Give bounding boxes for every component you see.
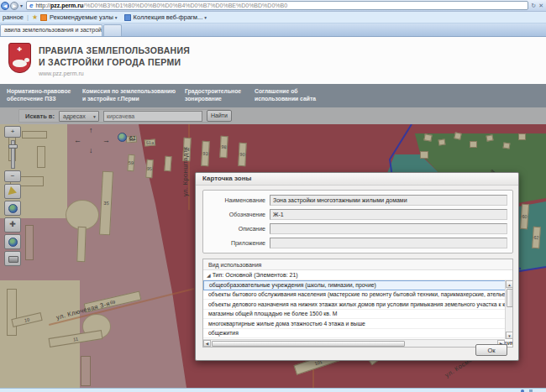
map-toolbar: + − ✚	[3, 126, 22, 268]
nav-item-label: обеспечение ПЗЗ	[7, 96, 71, 103]
url-prefix: http://	[35, 3, 50, 8]
ie-page-icon: e	[29, 2, 33, 9]
chevron-down-icon: ▼	[92, 114, 97, 119]
list-item[interactable]: многоквартирные жилые дома этажностью 4 …	[203, 319, 512, 329]
forward-icon[interactable]: ▶	[10, 2, 18, 10]
triangle-icon	[8, 186, 18, 197]
map-search-bar: Искать в: адресах ▼ кирсачева Найти	[0, 107, 546, 124]
nav-item-label: Соглашение об	[255, 88, 316, 96]
web-slices-button[interactable]: Коллекция веб-фрагм... ▾	[134, 13, 207, 21]
search-category-select[interactable]: адресах ▼	[59, 111, 99, 122]
nav-item-label: и застройке г.Перми	[82, 96, 176, 103]
vertical-scrollbar[interactable]: ▲ ▼	[505, 280, 512, 339]
bear-icon	[13, 60, 27, 67]
scroll-up-icon[interactable]: ▲	[506, 280, 513, 288]
page-title-line1: ПРАВИЛА ЗЕМЛЕПОЛЬЗОВАНИЯ	[39, 44, 190, 56]
nav-item-1[interactable]: Нормативно-правовоеобеспечение ПЗЗ	[7, 88, 71, 103]
tree-expand-icon[interactable]: ◢	[207, 272, 211, 278]
nav-item-label: Комиссия по землепользованию	[82, 88, 176, 96]
globe-icon	[521, 389, 524, 392]
zoom-slider-handle[interactable]	[8, 144, 18, 149]
list-item[interactable]: общеобразовательные учреждения (школы, г…	[203, 280, 512, 290]
perm-coat-of-arms-logo: ✚	[8, 43, 31, 73]
chevron-down-icon: ▾	[115, 15, 118, 20]
new-tab-button[interactable]	[103, 24, 122, 36]
browser-toolbar: ◀ ▶ ▾ e http://pzz.perm.ru/%D0%B3%D1%80%…	[0, 0, 546, 12]
recommended-sites-button[interactable]: Рекомендуемые узлы ▾	[50, 13, 118, 21]
dialog-title[interactable]: Карточка зоны	[196, 173, 518, 186]
field-input[interactable]: Ж-1	[270, 209, 507, 220]
printer-icon	[8, 256, 18, 263]
vertical-scroll-thumb[interactable]	[507, 289, 513, 307]
search-button[interactable]: Найти	[207, 110, 232, 122]
horizontal-scroll-thumb[interactable]	[212, 341, 405, 347]
field-input[interactable]: Зона застройки многоэтажными жилыми дома…	[270, 195, 507, 206]
recommended-sites-label: Рекомендуемые узлы	[50, 13, 113, 21]
previous-extent-button[interactable]	[4, 234, 21, 249]
field-input[interactable]	[270, 238, 507, 248]
stop-icon[interactable]: ✕	[538, 3, 543, 9]
field-row: Описание	[203, 223, 507, 234]
globe-icon[interactable]	[118, 133, 127, 142]
list-header: Вид использования	[203, 259, 512, 270]
pan-up-icon[interactable]: ↑	[89, 126, 93, 134]
field-row: ОбозначениеЖ-1	[203, 209, 507, 220]
address-bar[interactable]: e http://pzz.perm.ru/%D0%B3%D1%80%D0%B0%…	[26, 1, 528, 10]
field-input[interactable]	[270, 223, 507, 234]
pan-right-icon[interactable]: →	[102, 136, 110, 144]
search-category-value: адресах	[63, 113, 86, 119]
chevron-down-icon: ▾	[204, 15, 207, 20]
back-icon[interactable]: ◀	[1, 2, 9, 10]
measure-tool-button[interactable]	[4, 184, 21, 199]
web-slices-label: Коллекция веб-фрагм...	[134, 13, 203, 21]
nav-item-label: зонирование	[185, 96, 241, 103]
page-title-line2: И ЗАСТРОЙКИ ГОРОДА ПЕРМИ	[39, 56, 190, 68]
field-label: Описание	[203, 226, 265, 232]
pan-tool-button[interactable]: ✚	[4, 217, 21, 233]
field-row: Приложение	[203, 238, 507, 248]
scroll-down-icon[interactable]: ▼	[506, 332, 513, 339]
browser-tab[interactable]: авила землепользования и застройки город…	[0, 24, 102, 36]
print-map-button[interactable]	[4, 251, 21, 266]
tree-group-row[interactable]: ◢Тип: Основной (Элементов: 21)	[203, 270, 512, 280]
list-item[interactable]: магазины общей площадью не более 1500 кв…	[203, 310, 512, 320]
refresh-icon[interactable]: ↻	[531, 3, 536, 9]
nav-item-3[interactable]: Градостроительноезонирование	[185, 88, 241, 103]
list-item[interactable]: объекты бытового обслуживания населения …	[203, 290, 512, 301]
horizontal-scrollbar[interactable]: ◀ ▶	[203, 339, 505, 347]
favorites-bar: ранное | ★ Рекомендуемые узлы ▾ Коллекци…	[0, 12, 546, 24]
globe-icon	[8, 238, 18, 247]
recommended-sites-icon	[40, 14, 47, 21]
list-rows: общеобразовательные учреждения (школы, г…	[203, 280, 512, 348]
nav-item-2[interactable]: Комиссия по землепользованиюи застройке …	[82, 88, 176, 103]
separator: |	[27, 13, 29, 21]
zoom-out-button[interactable]: −	[4, 170, 21, 182]
list-item[interactable]: общежития	[203, 329, 512, 339]
main-navigation: Нормативно-правовоеобеспечение ПЗЗКомисс…	[0, 84, 546, 107]
field-label: Приложение	[203, 240, 265, 246]
pan-left-icon[interactable]: ←	[74, 136, 81, 144]
search-input[interactable]: кирсачева	[103, 111, 202, 122]
history-dropdown-icon[interactable]: ▾	[20, 3, 23, 8]
zoom-in-button[interactable]: +	[4, 126, 21, 138]
field-row: НаименованиеЗона застройки многоэтажными…	[203, 195, 507, 206]
nav-item-4[interactable]: Соглашение обиспользовании сайта	[255, 88, 316, 103]
zoom-slider[interactable]	[11, 140, 15, 169]
zone-fields-group: НаименованиеЗона застройки многоэтажными…	[202, 190, 513, 253]
web-slice-icon	[124, 14, 131, 21]
tab-bar: авила землепользования и застройки город…	[0, 24, 546, 37]
star-icon[interactable]: ★	[32, 13, 38, 21]
full-extent-button[interactable]	[4, 201, 21, 216]
ok-button[interactable]: Ок	[475, 344, 507, 356]
map-pan-compass: ↑ ← → ↓ 61	[71, 128, 144, 161]
map-scale-value: 61	[129, 135, 136, 141]
page-title: ПРАВИЛА ЗЕМЛЕПОЛЬЗОВАНИЯ И ЗАСТРОЙКИ ГОР…	[39, 44, 190, 68]
pan-icon: ✚	[9, 220, 16, 228]
list-item[interactable]: объекты делового назначения на нижних эт…	[203, 300, 512, 310]
url-host: pzz.perm.ru	[50, 3, 83, 8]
pan-down-icon[interactable]: ↓	[89, 146, 93, 154]
field-label: Наименование	[203, 197, 265, 203]
site-header: ✚ ПРАВИЛА ЗЕМЛЕПОЛЬЗОВАНИЯ И ЗАСТРОЙКИ Г…	[0, 37, 546, 84]
favorites-label[interactable]: ранное	[3, 13, 24, 21]
scroll-left-icon[interactable]: ◀	[203, 340, 211, 347]
